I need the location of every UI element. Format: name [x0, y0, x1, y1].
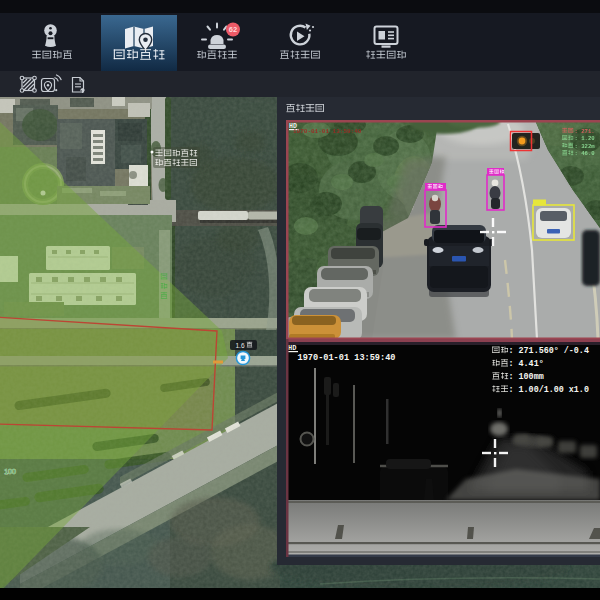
- svg-text:: 271.560° /-0.4: : 271.560° /-0.4: [509, 346, 589, 356]
- svg-text:: 322m: : 322m: [575, 143, 596, 150]
- svg-text:: 46.0: : 46.0: [575, 150, 596, 157]
- svg-text:1970-01-01 13:59:40: 1970-01-01 13:59:40: [298, 353, 396, 363]
- svg-text:HD: HD: [288, 344, 296, 352]
- svg-text:: 4.41°: : 4.41°: [509, 359, 544, 369]
- svg-text:1970-01-01 13:59:40: 1970-01-01 13:59:40: [293, 128, 362, 135]
- svg-text:: 100mm: : 100mm: [509, 372, 544, 382]
- svg-text:: 1.20: : 1.20: [575, 135, 596, 142]
- svg-text:: 271.: : 271.: [575, 128, 595, 135]
- svg-text:1.6: 1.6: [235, 342, 244, 349]
- svg-text:: 1.00/1.00 x1.0: : 1.00/1.00 x1.0: [509, 385, 589, 395]
- svg-text:100: 100: [4, 468, 16, 475]
